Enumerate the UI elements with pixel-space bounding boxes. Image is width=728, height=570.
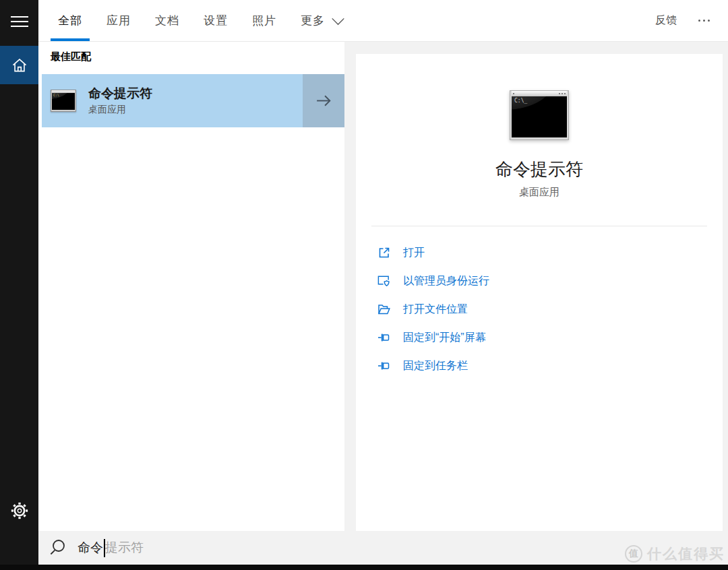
launch-icon [377, 246, 391, 260]
filter-tab-bar: 全部 应用 文档 设置 照片 更多 反馈 [38, 0, 728, 42]
bottom-edge-strip [0, 565, 728, 570]
cmd-window-icon: C:\ [51, 90, 76, 112]
left-rail [0, 0, 38, 570]
divider [371, 226, 707, 226]
admin-shield-icon [377, 274, 391, 288]
watermark-badge: 值 [625, 545, 642, 563]
tab-more[interactable]: 更多 [293, 0, 353, 42]
file-location-icon [377, 303, 391, 317]
pin-icon [377, 359, 391, 373]
result-title: 命令提示符 [88, 86, 152, 101]
gear-icon [11, 502, 28, 519]
result-item-command-prompt[interactable]: C:\ 命令提示符 桌面应用 [42, 74, 344, 127]
expand-result-button[interactable] [303, 74, 344, 127]
best-match-header: 最佳匹配 [51, 51, 91, 63]
action-pin-to-start[interactable]: 固定到“开始”屏幕 [356, 323, 723, 352]
filter-tabs: 全部 应用 文档 设置 照片 更多 [51, 0, 362, 42]
preview-subtitle: 桌面应用 [519, 186, 559, 199]
settings-button[interactable] [0, 491, 38, 530]
search-input[interactable]: 命令 提示符 值 什么值得买 [38, 531, 728, 565]
watermark-text: 什么值得买 [647, 544, 725, 563]
topbar-right: 反馈 [655, 13, 728, 28]
result-subtitle: 桌面应用 [88, 104, 152, 116]
feedback-button[interactable]: 反馈 [655, 13, 677, 28]
action-open[interactable]: 打开 [356, 239, 723, 267]
search-query-text: 命令 [78, 539, 103, 557]
hamburger-icon [11, 16, 28, 18]
tab-all[interactable]: 全部 [51, 0, 90, 42]
hamburger-menu-button[interactable] [0, 2, 38, 40]
tab-apps[interactable]: 应用 [99, 0, 138, 42]
search-suggestion-text: 提示符 [105, 539, 144, 557]
more-options-icon[interactable] [697, 15, 711, 26]
windows-search-flyout: 全部 应用 文档 设置 照片 更多 反馈 最佳匹配 C:\ 命令 [0, 0, 728, 570]
action-open-file-location[interactable]: 打开文件位置 [356, 295, 723, 323]
tab-photos[interactable]: 照片 [245, 0, 284, 42]
action-run-as-admin[interactable]: 以管理员身份运行 [356, 267, 723, 295]
tab-settings[interactable]: 设置 [196, 0, 235, 42]
watermark: 值 什么值得买 [625, 544, 725, 563]
pin-icon [377, 331, 391, 345]
tab-documents[interactable]: 文档 [148, 0, 187, 42]
search-icon [49, 539, 66, 557]
action-pin-to-taskbar[interactable]: 固定到任务栏 [356, 352, 723, 380]
arrow-right-icon [315, 92, 333, 110]
results-pane: 最佳匹配 C:\ 命令提示符 桌面应用 [38, 42, 344, 531]
cmd-window-icon-large: C:\_ [510, 90, 569, 140]
home-button[interactable] [0, 46, 38, 84]
preview-title: 命令提示符 [495, 158, 583, 181]
preview-pane: C:\_ 命令提示符 桌面应用 打开 [344, 42, 728, 531]
home-icon [11, 57, 28, 74]
action-list: 打开 以管理员身份运行 [356, 239, 723, 380]
preview-card: C:\_ 命令提示符 桌面应用 打开 [356, 54, 723, 531]
chevron-down-icon [331, 18, 345, 26]
